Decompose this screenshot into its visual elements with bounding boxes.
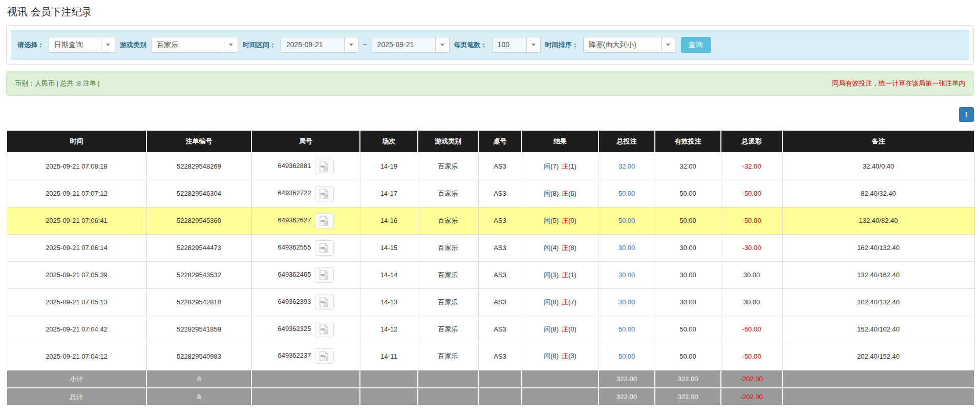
cell-result: 闲(5)庄(0)	[522, 207, 599, 234]
table-row: 2025-09-21 07:06:14 522829544473 6493625…	[7, 234, 974, 261]
table-row: 2025-09-21 07:04:12 522829540983 6493622…	[7, 343, 974, 370]
chevron-down-icon	[661, 37, 675, 52]
chevron-down-icon	[344, 37, 358, 52]
query-type-select[interactable]: 日期查询	[49, 37, 115, 53]
video-replay-button[interactable]	[315, 267, 334, 283]
cell-session: 14-19	[360, 153, 418, 180]
banker-label: 庄	[562, 190, 568, 197]
cell-time: 2025-09-21 07:06:41	[7, 207, 146, 234]
cell-payout: 30.00	[721, 261, 782, 288]
cell-time: 2025-09-21 07:06:14	[7, 234, 146, 261]
cell-session: 14-17	[360, 180, 418, 207]
subtotal-total-bet: 322.00	[599, 370, 655, 388]
video-icon	[318, 351, 330, 361]
cell-game-type: 百家乐	[418, 180, 478, 207]
player-score: (8)	[550, 325, 559, 333]
player-score: (8)	[550, 298, 559, 306]
video-replay-button[interactable]	[315, 322, 334, 337]
cell-valid-bet: 50.00	[655, 316, 721, 343]
video-replay-button[interactable]	[315, 240, 334, 256]
table-header-row: 时间 注单编号 局号 场次 游戏类别 桌号 结果 总投注 有效投注 总派彩 备注	[7, 130, 974, 153]
video-icon	[318, 324, 330, 335]
video-replay-button[interactable]	[315, 159, 334, 174]
cell-bet-id: 522829542810	[146, 288, 251, 316]
subtotal-valid-bet: 322.00	[655, 370, 721, 388]
cell-game-type: 百家乐	[418, 288, 478, 316]
round-id-text: 649362325	[278, 325, 311, 333]
page-size-value: 100	[493, 37, 526, 52]
cell-game-type: 百家乐	[418, 343, 478, 370]
video-icon	[318, 189, 330, 199]
cell-bet-id: 522829545360	[146, 207, 251, 234]
cell-session: 14-14	[360, 261, 418, 288]
banker-score: (1)	[568, 162, 577, 170]
video-replay-button[interactable]	[315, 186, 334, 201]
cell-result: 闲(4)庄(8)	[522, 234, 599, 261]
filter-bar: 请选择： 日期查询 游戏类别 百家乐 时间区间： 2025-09-21 ~ 20…	[11, 30, 969, 60]
game-type-select[interactable]: 百家乐	[151, 37, 238, 53]
summary-text: 币别：人民币 | 总共 :8 注单 |	[15, 79, 100, 88]
total-bet-link[interactable]: 30.00	[599, 288, 655, 316]
cell-table-no: AS3	[478, 288, 522, 316]
player-score: (7)	[550, 162, 559, 170]
col-session: 场次	[360, 130, 418, 153]
chevron-down-icon	[224, 37, 238, 52]
date-separator: ~	[363, 41, 367, 49]
total-bet-link[interactable]: 50.00	[599, 343, 655, 370]
pagination: 1	[6, 107, 974, 122]
video-replay-button[interactable]	[315, 348, 334, 364]
banker-score: (0)	[568, 217, 577, 224]
date-from-value: 2025-09-21	[281, 37, 344, 52]
cell-time: 2025-09-21 07:05:13	[7, 288, 146, 316]
date-to-value: 2025-09-21	[372, 37, 435, 52]
col-payout: 总派彩	[721, 130, 782, 153]
table-row: 2025-09-21 07:07:12 522829546304 6493627…	[7, 180, 974, 207]
total-bet-link[interactable]: 50.00	[599, 207, 655, 234]
date-from-input[interactable]: 2025-09-21	[281, 37, 358, 53]
total-label: 总计	[7, 388, 146, 406]
chevron-down-icon	[435, 37, 449, 52]
player-score: (4)	[550, 244, 559, 252]
cell-result: 闲(8)庄(7)	[522, 288, 599, 316]
video-icon	[318, 243, 330, 253]
cell-payout: -50.00	[721, 343, 782, 370]
cell-bet-id: 522829546304	[146, 180, 251, 207]
player-label: 闲	[544, 162, 550, 170]
time-sort-select[interactable]: 降幂(由大到小)	[583, 37, 675, 53]
cell-table-no: AS3	[478, 234, 522, 261]
banker-score: (1)	[568, 271, 577, 279]
cell-game-type: 百家乐	[418, 234, 478, 261]
total-total-bet: 322.00	[599, 388, 655, 406]
search-button[interactable]: 查询	[681, 37, 711, 53]
cell-round-id: 649362627	[251, 207, 360, 234]
cell-payout: -30.00	[721, 234, 782, 261]
video-icon	[318, 270, 330, 280]
total-bet-link[interactable]: 32.00	[599, 153, 655, 180]
total-bet-link[interactable]: 50.00	[599, 316, 655, 343]
cell-note: 132.40/162.40	[782, 261, 974, 288]
total-bet-link[interactable]: 50.00	[599, 180, 655, 207]
player-label: 闲	[544, 298, 550, 306]
col-table-no: 桌号	[478, 130, 522, 153]
player-label: 闲	[544, 271, 550, 279]
cell-valid-bet: 50.00	[655, 343, 721, 370]
total-valid-bet: 322.00	[655, 388, 721, 406]
page-1-button[interactable]: 1	[959, 107, 974, 122]
time-range-label: 时间区间：	[243, 40, 276, 50]
subtotal-count: 8	[146, 370, 251, 388]
total-bet-link[interactable]: 30.00	[599, 261, 655, 288]
col-valid-bet: 有效投注	[655, 130, 721, 153]
page-size-select[interactable]: 100	[492, 37, 541, 53]
cell-result: 闲(3)庄(1)	[522, 261, 599, 288]
video-replay-button[interactable]	[315, 213, 334, 229]
banker-label: 庄	[562, 217, 568, 224]
video-icon	[318, 297, 330, 307]
date-to-input[interactable]: 2025-09-21	[372, 37, 450, 53]
video-replay-button[interactable]	[315, 295, 334, 310]
table-row: 2025-09-21 07:05:39 522829543532 6493624…	[7, 261, 974, 288]
total-row: 总计 8 322.00 322.00 -202.00	[7, 388, 974, 406]
col-time: 时间	[7, 130, 146, 153]
cell-valid-bet: 30.00	[655, 261, 721, 288]
total-bet-link[interactable]: 30.00	[599, 234, 655, 261]
banker-label: 庄	[562, 162, 568, 170]
